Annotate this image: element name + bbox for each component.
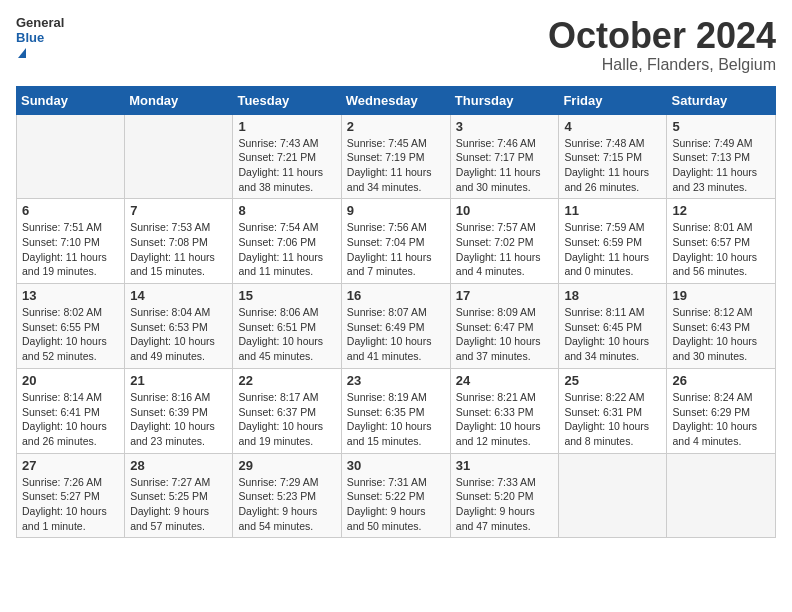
day-number: 9 (347, 203, 445, 218)
calendar-day-cell (125, 114, 233, 199)
day-info: Sunrise: 7:59 AMSunset: 6:59 PMDaylight:… (564, 220, 661, 279)
calendar-day-cell (667, 453, 776, 538)
header-monday: Monday (125, 86, 233, 114)
header-thursday: Thursday (450, 86, 559, 114)
day-number: 13 (22, 288, 119, 303)
calendar-day-cell (559, 453, 667, 538)
calendar-day-cell: 30Sunrise: 7:31 AMSunset: 5:22 PMDayligh… (341, 453, 450, 538)
page-header: General Blue October 2024 Halle, Flander… (16, 16, 776, 74)
calendar-day-cell: 18Sunrise: 8:11 AMSunset: 6:45 PMDayligh… (559, 284, 667, 369)
calendar-week-row: 20Sunrise: 8:14 AMSunset: 6:41 PMDayligh… (17, 368, 776, 453)
day-number: 19 (672, 288, 770, 303)
calendar-week-row: 6Sunrise: 7:51 AMSunset: 7:10 PMDaylight… (17, 199, 776, 284)
day-info: Sunrise: 8:14 AMSunset: 6:41 PMDaylight:… (22, 390, 119, 449)
calendar-day-cell: 5Sunrise: 7:49 AMSunset: 7:13 PMDaylight… (667, 114, 776, 199)
day-info: Sunrise: 7:46 AMSunset: 7:17 PMDaylight:… (456, 136, 554, 195)
title-section: October 2024 Halle, Flanders, Belgium (548, 16, 776, 74)
calendar-day-cell: 7Sunrise: 7:53 AMSunset: 7:08 PMDaylight… (125, 199, 233, 284)
day-info: Sunrise: 8:22 AMSunset: 6:31 PMDaylight:… (564, 390, 661, 449)
day-number: 30 (347, 458, 445, 473)
calendar-day-cell: 23Sunrise: 8:19 AMSunset: 6:35 PMDayligh… (341, 368, 450, 453)
calendar-day-cell: 1Sunrise: 7:43 AMSunset: 7:21 PMDaylight… (233, 114, 341, 199)
day-info: Sunrise: 7:26 AMSunset: 5:27 PMDaylight:… (22, 475, 119, 534)
day-info: Sunrise: 7:48 AMSunset: 7:15 PMDaylight:… (564, 136, 661, 195)
day-number: 21 (130, 373, 227, 388)
day-info: Sunrise: 8:11 AMSunset: 6:45 PMDaylight:… (564, 305, 661, 364)
day-info: Sunrise: 7:49 AMSunset: 7:13 PMDaylight:… (672, 136, 770, 195)
day-info: Sunrise: 7:51 AMSunset: 7:10 PMDaylight:… (22, 220, 119, 279)
calendar-day-cell: 16Sunrise: 8:07 AMSunset: 6:49 PMDayligh… (341, 284, 450, 369)
day-info: Sunrise: 7:45 AMSunset: 7:19 PMDaylight:… (347, 136, 445, 195)
calendar-day-cell: 13Sunrise: 8:02 AMSunset: 6:55 PMDayligh… (17, 284, 125, 369)
day-number: 31 (456, 458, 554, 473)
day-info: Sunrise: 7:27 AMSunset: 5:25 PMDaylight:… (130, 475, 227, 534)
calendar-week-row: 27Sunrise: 7:26 AMSunset: 5:27 PMDayligh… (17, 453, 776, 538)
calendar-week-row: 1Sunrise: 7:43 AMSunset: 7:21 PMDaylight… (17, 114, 776, 199)
calendar-day-cell: 24Sunrise: 8:21 AMSunset: 6:33 PMDayligh… (450, 368, 559, 453)
day-number: 16 (347, 288, 445, 303)
calendar-day-cell: 10Sunrise: 7:57 AMSunset: 7:02 PMDayligh… (450, 199, 559, 284)
day-number: 12 (672, 203, 770, 218)
day-info: Sunrise: 8:07 AMSunset: 6:49 PMDaylight:… (347, 305, 445, 364)
calendar-day-cell: 3Sunrise: 7:46 AMSunset: 7:17 PMDaylight… (450, 114, 559, 199)
day-info: Sunrise: 7:29 AMSunset: 5:23 PMDaylight:… (238, 475, 335, 534)
day-number: 22 (238, 373, 335, 388)
day-info: Sunrise: 8:19 AMSunset: 6:35 PMDaylight:… (347, 390, 445, 449)
day-info: Sunrise: 8:24 AMSunset: 6:29 PMDaylight:… (672, 390, 770, 449)
calendar-day-cell: 9Sunrise: 7:56 AMSunset: 7:04 PMDaylight… (341, 199, 450, 284)
calendar-day-cell: 25Sunrise: 8:22 AMSunset: 6:31 PMDayligh… (559, 368, 667, 453)
day-number: 29 (238, 458, 335, 473)
calendar-title: October 2024 (548, 16, 776, 56)
calendar-day-cell: 20Sunrise: 8:14 AMSunset: 6:41 PMDayligh… (17, 368, 125, 453)
calendar-day-cell: 19Sunrise: 8:12 AMSunset: 6:43 PMDayligh… (667, 284, 776, 369)
day-number: 4 (564, 119, 661, 134)
header-sunday: Sunday (17, 86, 125, 114)
day-number: 23 (347, 373, 445, 388)
day-info: Sunrise: 8:17 AMSunset: 6:37 PMDaylight:… (238, 390, 335, 449)
day-number: 28 (130, 458, 227, 473)
logo: General Blue (16, 16, 52, 52)
calendar-day-cell: 12Sunrise: 8:01 AMSunset: 6:57 PMDayligh… (667, 199, 776, 284)
day-number: 27 (22, 458, 119, 473)
calendar-day-cell: 8Sunrise: 7:54 AMSunset: 7:06 PMDaylight… (233, 199, 341, 284)
day-number: 18 (564, 288, 661, 303)
calendar-day-cell: 21Sunrise: 8:16 AMSunset: 6:39 PMDayligh… (125, 368, 233, 453)
calendar-day-cell: 29Sunrise: 7:29 AMSunset: 5:23 PMDayligh… (233, 453, 341, 538)
day-info: Sunrise: 8:21 AMSunset: 6:33 PMDaylight:… (456, 390, 554, 449)
day-info: Sunrise: 8:06 AMSunset: 6:51 PMDaylight:… (238, 305, 335, 364)
day-info: Sunrise: 7:54 AMSunset: 7:06 PMDaylight:… (238, 220, 335, 279)
day-number: 15 (238, 288, 335, 303)
day-number: 14 (130, 288, 227, 303)
day-number: 25 (564, 373, 661, 388)
header-saturday: Saturday (667, 86, 776, 114)
calendar-day-cell: 2Sunrise: 7:45 AMSunset: 7:19 PMDaylight… (341, 114, 450, 199)
calendar-day-cell: 15Sunrise: 8:06 AMSunset: 6:51 PMDayligh… (233, 284, 341, 369)
day-info: Sunrise: 8:02 AMSunset: 6:55 PMDaylight:… (22, 305, 119, 364)
calendar-day-cell: 31Sunrise: 7:33 AMSunset: 5:20 PMDayligh… (450, 453, 559, 538)
day-info: Sunrise: 8:01 AMSunset: 6:57 PMDaylight:… (672, 220, 770, 279)
header-friday: Friday (559, 86, 667, 114)
weekday-header-row: Sunday Monday Tuesday Wednesday Thursday… (17, 86, 776, 114)
day-info: Sunrise: 8:12 AMSunset: 6:43 PMDaylight:… (672, 305, 770, 364)
calendar-day-cell: 27Sunrise: 7:26 AMSunset: 5:27 PMDayligh… (17, 453, 125, 538)
day-info: Sunrise: 7:43 AMSunset: 7:21 PMDaylight:… (238, 136, 335, 195)
day-info: Sunrise: 7:33 AMSunset: 5:20 PMDaylight:… (456, 475, 554, 534)
day-info: Sunrise: 7:57 AMSunset: 7:02 PMDaylight:… (456, 220, 554, 279)
calendar-day-cell: 4Sunrise: 7:48 AMSunset: 7:15 PMDaylight… (559, 114, 667, 199)
day-number: 2 (347, 119, 445, 134)
calendar-day-cell: 11Sunrise: 7:59 AMSunset: 6:59 PMDayligh… (559, 199, 667, 284)
day-number: 7 (130, 203, 227, 218)
header-tuesday: Tuesday (233, 86, 341, 114)
calendar-day-cell (17, 114, 125, 199)
calendar-table: Sunday Monday Tuesday Wednesday Thursday… (16, 86, 776, 539)
day-number: 3 (456, 119, 554, 134)
day-number: 6 (22, 203, 119, 218)
day-info: Sunrise: 8:09 AMSunset: 6:47 PMDaylight:… (456, 305, 554, 364)
calendar-day-cell: 6Sunrise: 7:51 AMSunset: 7:10 PMDaylight… (17, 199, 125, 284)
calendar-day-cell: 14Sunrise: 8:04 AMSunset: 6:53 PMDayligh… (125, 284, 233, 369)
calendar-day-cell: 22Sunrise: 8:17 AMSunset: 6:37 PMDayligh… (233, 368, 341, 453)
day-number: 11 (564, 203, 661, 218)
calendar-subtitle: Halle, Flanders, Belgium (548, 56, 776, 74)
day-number: 17 (456, 288, 554, 303)
day-info: Sunrise: 7:56 AMSunset: 7:04 PMDaylight:… (347, 220, 445, 279)
